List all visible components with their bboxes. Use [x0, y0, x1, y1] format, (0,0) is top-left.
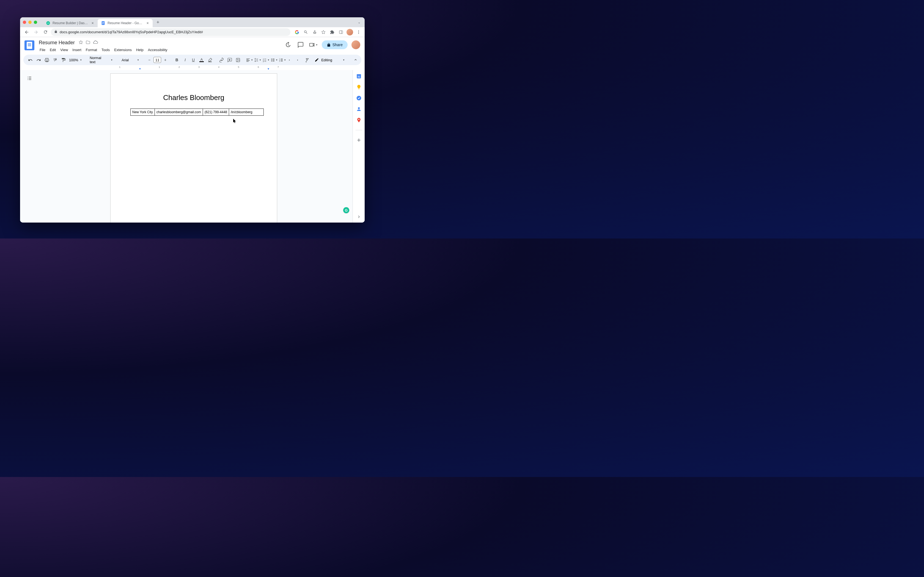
italic-button[interactable]: I [181, 56, 189, 63]
minimize-window-button[interactable] [28, 21, 32, 24]
side-panel: 31 [352, 70, 365, 222]
google-account-icon[interactable] [294, 29, 300, 35]
chevron-down-icon: ▼ [111, 59, 113, 61]
horizontal-ruler[interactable]: 1 ▼ 1 2 3 4 5 6 ▼ 7 [23, 66, 361, 70]
keep-icon[interactable] [356, 84, 362, 90]
highlight-color-button[interactable] [206, 56, 213, 63]
forward-button[interactable] [32, 28, 40, 36]
maximize-window-button[interactable] [34, 21, 37, 24]
chevron-down-icon: ▼ [284, 59, 286, 61]
tab-overflow-icon[interactable]: ⌄ [358, 20, 360, 24]
insert-comment-button[interactable] [226, 56, 233, 63]
contact-linkedin-cell[interactable]: /in/cbloomberg [229, 109, 264, 116]
close-window-button[interactable] [23, 21, 26, 24]
menu-tools[interactable]: Tools [100, 47, 111, 53]
text-color-button[interactable]: A [198, 56, 205, 63]
document-scroll-area[interactable]: Charles Bloomberg New York City charlesb… [28, 70, 365, 222]
menu-accessibility[interactable]: Accessibility [146, 47, 170, 53]
clear-formatting-button[interactable] [304, 56, 311, 63]
font-family-select[interactable]: Arial ▼ [120, 58, 141, 62]
font-size-input[interactable] [153, 57, 161, 63]
contact-info-table[interactable]: New York City charlesbloomberg@gmail.com… [130, 108, 264, 116]
profile-avatar-icon[interactable] [347, 29, 353, 35]
share-button[interactable]: Share [322, 40, 347, 49]
tab-resume-builder[interactable]: Resume Builder | Dashboard × [43, 19, 98, 27]
insert-link-button[interactable] [218, 56, 225, 63]
paint-format-button[interactable] [60, 56, 67, 63]
underline-button[interactable]: U [190, 56, 197, 63]
contact-city-cell[interactable]: New York City [131, 109, 155, 116]
vertical-ruler[interactable] [21, 73, 25, 222]
back-button[interactable] [23, 28, 31, 36]
tab-google-docs[interactable]: Resume Header - Google Docs × [98, 19, 153, 27]
history-icon[interactable] [284, 40, 292, 49]
add-addon-icon[interactable] [356, 137, 362, 143]
menu-edit[interactable]: Edit [48, 47, 58, 53]
new-tab-button[interactable]: + [155, 19, 161, 25]
table-row[interactable]: New York City charlesbloomberg@gmail.com… [131, 109, 264, 116]
editing-mode-select[interactable]: Editing ▼ [312, 58, 347, 62]
svg-point-22 [358, 107, 360, 109]
grammarly-badge-icon[interactable]: G [343, 207, 349, 213]
calendar-icon[interactable]: 31 [356, 73, 362, 79]
hide-sidepanel-icon[interactable] [357, 214, 361, 220]
zoom-select[interactable]: 100% ▼ [68, 58, 83, 62]
numbered-list-button[interactable]: 123 ▼ [279, 56, 286, 63]
chevron-down-icon: ▼ [276, 59, 278, 61]
tasks-icon[interactable] [356, 95, 362, 101]
bold-button[interactable]: B [173, 56, 180, 63]
menu-file[interactable]: File [38, 47, 47, 53]
docs-logo-icon[interactable] [24, 40, 34, 50]
document-outline-button[interactable] [26, 74, 33, 82]
star-icon[interactable] [79, 40, 83, 45]
contact-email-cell[interactable]: charlesbloomberg@gmail.com [155, 109, 203, 116]
cloud-status-icon[interactable] [93, 40, 98, 46]
menu-view[interactable]: View [58, 47, 70, 53]
insert-image-button[interactable] [234, 56, 241, 63]
document-title[interactable]: Resume Header [38, 39, 76, 46]
url-input[interactable]: docs.google.com/document/d/1qITa79Az88xn… [51, 28, 291, 36]
share-url-icon[interactable] [311, 29, 318, 35]
comment-icon[interactable] [296, 40, 305, 49]
reload-button[interactable] [42, 28, 49, 36]
menu-icon[interactable] [355, 29, 362, 35]
menu-format[interactable]: Format [84, 47, 99, 53]
decrease-indent-button[interactable] [287, 56, 294, 63]
maps-icon[interactable] [356, 117, 362, 123]
close-tab-icon[interactable]: × [91, 21, 94, 25]
font-value: Arial [121, 58, 129, 62]
align-button[interactable]: ▼ [246, 56, 253, 63]
bulleted-list-button[interactable]: ▼ [271, 56, 278, 63]
resume-name-heading[interactable]: Charles Bloomberg [130, 93, 257, 102]
svg-rect-2 [102, 22, 104, 23]
bookmark-icon[interactable] [320, 29, 327, 35]
window-controls [23, 21, 37, 24]
contacts-icon[interactable] [356, 106, 362, 112]
increase-indent-button[interactable] [296, 56, 302, 63]
svg-point-13 [271, 60, 272, 60]
svg-point-9 [358, 33, 359, 34]
decrease-font-button[interactable]: − [146, 56, 153, 63]
account-avatar-icon[interactable] [351, 40, 360, 49]
menu-help[interactable]: Help [134, 47, 145, 53]
print-button[interactable] [43, 56, 50, 63]
redo-button[interactable] [35, 56, 42, 63]
spellcheck-button[interactable] [52, 56, 58, 63]
line-spacing-button[interactable]: ▼ [254, 56, 261, 63]
sidepanel-toggle-icon[interactable] [338, 29, 344, 35]
menu-insert[interactable]: Insert [70, 47, 83, 53]
document-page[interactable]: Charles Bloomberg New York City charlesb… [110, 73, 277, 222]
undo-button[interactable] [27, 56, 34, 63]
move-icon[interactable] [86, 40, 90, 45]
close-tab-icon[interactable]: × [146, 21, 149, 25]
paragraph-style-select[interactable]: Normal text ▼ [87, 56, 115, 64]
collapse-toolbar-button[interactable] [352, 56, 359, 63]
contact-phone-cell[interactable]: (621) 799-4448 [203, 109, 229, 116]
meet-button[interactable]: ▼ [309, 42, 318, 48]
svg-text:3: 3 [279, 61, 280, 62]
extensions-icon[interactable] [329, 29, 336, 35]
checklist-button[interactable]: ▼ [262, 56, 270, 63]
menu-extensions[interactable]: Extensions [112, 47, 134, 53]
zoom-icon[interactable] [302, 29, 309, 35]
increase-font-button[interactable]: + [162, 56, 169, 63]
